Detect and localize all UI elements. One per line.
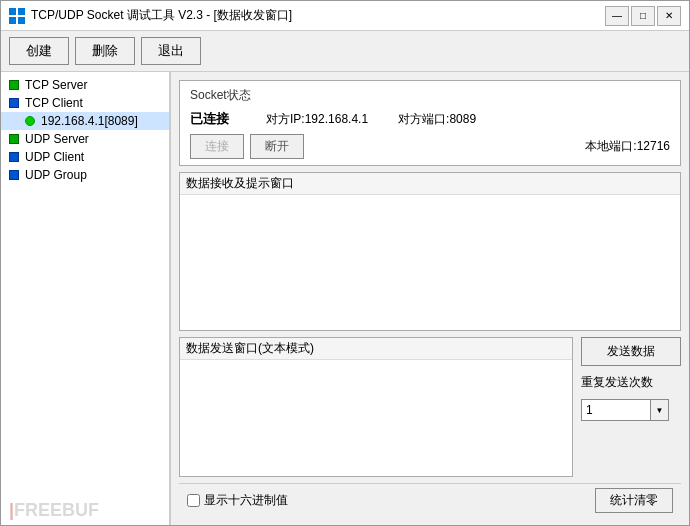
connected-status: 已连接 <box>190 110 250 128</box>
window-title: TCP/UDP Socket 调试工具 V2.3 - [数据收发窗口] <box>31 7 605 24</box>
udp-client-label: UDP Client <box>25 150 84 164</box>
sidebar-item-tcp-client[interactable]: TCP Client <box>1 94 169 112</box>
socket-btn-row: 连接 断开 本地端口:12716 <box>190 134 670 159</box>
connection-icon <box>23 114 37 128</box>
hex-checkbox-label[interactable]: 显示十六进制值 <box>204 492 288 509</box>
remote-port-label: 对方端口: <box>398 112 449 126</box>
right-panel: Socket状态 已连接 对方IP:192.168.4.1 对方端口:8089 … <box>171 72 689 525</box>
maximize-button[interactable]: □ <box>631 6 655 26</box>
tcp-client-icon <box>7 96 21 110</box>
status-info: 对方IP:192.168.4.1 对方端口:8089 <box>266 111 670 128</box>
udp-group-icon <box>7 168 21 182</box>
sidebar: TCP Server TCP Client 192.168.4.1[8089] … <box>1 72 171 525</box>
svg-rect-0 <box>9 8 16 15</box>
exit-button[interactable]: 退出 <box>141 37 201 65</box>
hex-checkbox[interactable] <box>187 494 200 507</box>
local-port-label: 本地端口: <box>585 139 636 153</box>
receive-textarea[interactable] <box>184 199 676 326</box>
sidebar-item-connection[interactable]: 192.168.4.1[8089] <box>1 112 169 130</box>
disconnect-button[interactable]: 断开 <box>250 134 304 159</box>
send-data-button[interactable]: 发送数据 <box>581 337 681 366</box>
repeat-select[interactable]: 1 2 5 10 20 50 100 <box>581 399 651 421</box>
minimize-button[interactable]: — <box>605 6 629 26</box>
bottom-bar: 显示十六进制值 统计清零 <box>179 483 681 517</box>
select-arrow-icon[interactable]: ▼ <box>651 399 669 421</box>
main-window: TCP/UDP Socket 调试工具 V2.3 - [数据收发窗口] — □ … <box>0 0 690 526</box>
udp-group-label: UDP Group <box>25 168 87 182</box>
window-controls: — □ ✕ <box>605 6 681 26</box>
connect-button[interactable]: 连接 <box>190 134 244 159</box>
udp-server-icon <box>7 132 21 146</box>
remote-ip-label: 对方IP: <box>266 112 305 126</box>
send-section: 数据发送窗口(文本模式) <box>179 337 573 477</box>
socket-status-row: 已连接 对方IP:192.168.4.1 对方端口:8089 <box>190 110 670 128</box>
udp-client-icon <box>7 150 21 164</box>
socket-status-title: Socket状态 <box>190 87 670 104</box>
send-controls: 发送数据 重复发送次数 1 2 5 10 20 50 100 ▼ <box>581 337 681 477</box>
repeat-select-container: 1 2 5 10 20 50 100 ▼ <box>581 399 681 421</box>
hex-checkbox-row: 显示十六进制值 <box>187 492 288 509</box>
local-port-value: 12716 <box>637 139 670 153</box>
udp-server-label: UDP Server <box>25 132 89 146</box>
svg-rect-1 <box>18 8 25 15</box>
receive-section: 数据接收及提示窗口 <box>179 172 681 331</box>
create-button[interactable]: 创建 <box>9 37 69 65</box>
sidebar-item-udp-client[interactable]: UDP Client <box>1 148 169 166</box>
socket-status-box: Socket状态 已连接 对方IP:192.168.4.1 对方端口:8089 … <box>179 80 681 166</box>
title-bar: TCP/UDP Socket 调试工具 V2.3 - [数据收发窗口] — □ … <box>1 1 689 31</box>
sidebar-item-tcp-server[interactable]: TCP Server <box>1 76 169 94</box>
local-port-info: 本地端口:12716 <box>585 138 670 155</box>
tcp-server-label: TCP Server <box>25 78 87 92</box>
send-textarea[interactable] <box>184 364 568 472</box>
send-area: 数据发送窗口(文本模式) 发送数据 重复发送次数 1 2 5 10 <box>179 337 681 477</box>
svg-rect-3 <box>18 17 25 24</box>
remote-ip-value: 192.168.4.1 <box>305 112 368 126</box>
remote-port-info: 对方端口:8089 <box>398 111 476 128</box>
tcp-client-label: TCP Client <box>25 96 83 110</box>
send-content <box>180 360 572 476</box>
toolbar: 创建 删除 退出 <box>1 31 689 72</box>
delete-button[interactable]: 删除 <box>75 37 135 65</box>
send-title: 数据发送窗口(文本模式) <box>180 338 572 360</box>
remote-port-value: 8089 <box>449 112 476 126</box>
remote-ip-info: 对方IP:192.168.4.1 <box>266 111 368 128</box>
stats-clear-button[interactable]: 统计清零 <box>595 488 673 513</box>
svg-rect-2 <box>9 17 16 24</box>
close-button[interactable]: ✕ <box>657 6 681 26</box>
main-content: TCP Server TCP Client 192.168.4.1[8089] … <box>1 72 689 525</box>
sidebar-item-udp-group[interactable]: UDP Group <box>1 166 169 184</box>
connection-label: 192.168.4.1[8089] <box>41 114 138 128</box>
receive-content <box>180 195 680 330</box>
app-icon <box>9 8 25 24</box>
tcp-server-icon <box>7 78 21 92</box>
receive-title: 数据接收及提示窗口 <box>180 173 680 195</box>
sidebar-item-udp-server[interactable]: UDP Server <box>1 130 169 148</box>
repeat-label: 重复发送次数 <box>581 374 681 391</box>
